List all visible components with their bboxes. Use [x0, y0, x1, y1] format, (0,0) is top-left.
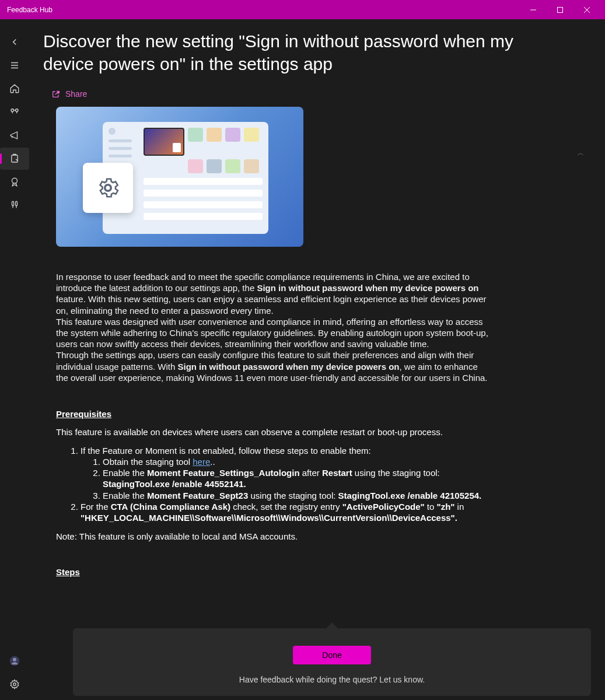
content-scroll[interactable]: In response to user feedback and to meet… — [43, 107, 591, 700]
window-controls — [520, 0, 600, 19]
svg-point-15 — [13, 683, 16, 686]
settings-icon[interactable] — [0, 673, 29, 695]
svg-point-7 — [11, 109, 14, 112]
list-item: If the Feature or Moment is not enabled,… — [81, 445, 489, 501]
svg-point-8 — [16, 109, 19, 112]
quests-icon[interactable] — [0, 148, 29, 170]
share-label: Share — [65, 89, 87, 99]
hero-illustration — [56, 107, 303, 247]
svg-rect-9 — [12, 155, 18, 162]
steps-heading: Steps — [56, 567, 568, 577]
feedback-icon[interactable] — [0, 101, 29, 123]
feedback-prompt: Have feedback while doing the quest? Let… — [239, 675, 425, 684]
prereq-note: Note: This feature is only available to … — [56, 531, 568, 541]
sidebar — [0, 19, 29, 700]
main-content: Discover the new setting "Sign in withou… — [29, 19, 605, 700]
titlebar: Feedback Hub — [0, 0, 605, 19]
prerequisites-heading: Prerequisites — [56, 409, 568, 419]
minimize-button[interactable] — [520, 0, 547, 19]
achievements-icon[interactable] — [0, 171, 29, 193]
announcements-icon[interactable] — [0, 124, 29, 146]
prereq-intro: This feature is available on devices whe… — [56, 427, 568, 437]
maximize-button[interactable] — [547, 0, 573, 19]
list-item: Enable the Moment Feature_Settings_Autol… — [103, 467, 489, 489]
svg-rect-11 — [12, 201, 14, 206]
done-button[interactable]: Done — [293, 646, 370, 664]
list-item: Enable the Moment Feature_Sept23 using t… — [103, 490, 489, 501]
back-button[interactable] — [0, 31, 29, 53]
hamburger-menu-icon[interactable] — [0, 54, 29, 76]
close-button[interactable] — [573, 0, 600, 19]
svg-rect-12 — [16, 201, 18, 206]
svg-point-14 — [13, 658, 16, 662]
intro-paragraphs: In response to user feedback and to meet… — [56, 271, 491, 383]
app-title: Feedback Hub — [5, 6, 520, 14]
gear-icon — [96, 176, 120, 200]
staging-tool-link[interactable]: here — [193, 457, 210, 467]
page-title: Discover the new setting "Sign in withou… — [43, 30, 557, 75]
profile-icon[interactable] — [0, 650, 29, 672]
list-item: For the CTA (China Compliance Ask) check… — [81, 501, 489, 523]
diagnostics-icon[interactable] — [0, 194, 29, 216]
prereq-list: If the Feature or Moment is not enabled,… — [56, 445, 568, 523]
list-item: Obtain the staging tool here.. — [103, 456, 489, 467]
share-icon — [51, 89, 61, 99]
svg-point-10 — [12, 178, 18, 183]
share-button[interactable]: Share — [51, 89, 591, 99]
svg-rect-1 — [558, 7, 563, 12]
home-icon[interactable] — [0, 78, 29, 100]
quest-footer: Done Have feedback while doing the quest… — [73, 628, 591, 696]
